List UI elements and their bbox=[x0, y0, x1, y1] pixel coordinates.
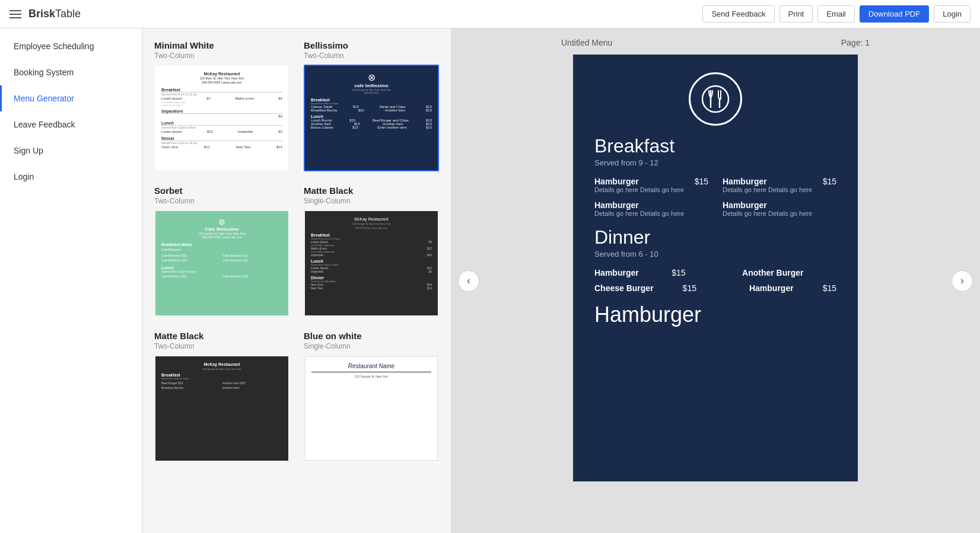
template-card-blue-on-white[interactable]: Blue on white Single-Column Restaurant N… bbox=[304, 331, 439, 462]
template-thumbnail-bellissimo: ⊗ cafe bellissimo 123 Sample St, New Yor… bbox=[304, 65, 439, 171]
dinner-item-2: Cheese Burger $15 Hamburger $15 bbox=[594, 283, 836, 293]
menu-preview-icon bbox=[594, 72, 836, 126]
template-columns-bellissimo: Two-Column bbox=[304, 52, 439, 60]
templates-panel: Minimal White Two-Column McKay Restauran… bbox=[142, 28, 451, 533]
restaurant-icon-circle bbox=[689, 72, 742, 126]
template-card-matte-black-single[interactable]: Matte Black Single-Column McKay Restaura… bbox=[304, 186, 439, 317]
hamburger-big-title: Hamburger bbox=[594, 302, 836, 327]
brand-logo: BriskTable bbox=[28, 8, 81, 20]
breakfast-section-title: Breakfast bbox=[594, 135, 836, 157]
template-columns-matte-black-two: Two-Column bbox=[154, 342, 289, 350]
next-page-button[interactable]: › bbox=[952, 270, 973, 292]
svg-point-0 bbox=[702, 86, 728, 112]
template-name-sorbet: Sorbet bbox=[154, 186, 289, 196]
dinner-items: Hamburger $15 Another Burger Cheese Burg… bbox=[594, 268, 836, 293]
breakfast-item-1: Hamburger Details go here Details go her… bbox=[594, 177, 708, 193]
menu-preview: Breakfast Served from 9 - 12 Hamburger D… bbox=[573, 55, 858, 481]
breakfast-items-grid: Hamburger Details go here Details go her… bbox=[594, 177, 836, 217]
sidebar-item-booking-system[interactable]: Booking System bbox=[0, 59, 142, 85]
preview-header: Untitled Menu Page: 1 bbox=[561, 38, 870, 47]
preview-panel: Untitled Menu Page: 1 ‹ › bbox=[451, 28, 980, 533]
header-left: BriskTable bbox=[9, 8, 81, 20]
template-columns-matte-black-single: Single-Column bbox=[304, 197, 439, 205]
print-button[interactable]: Print bbox=[779, 5, 813, 23]
sidebar-item-login[interactable]: Login bbox=[0, 164, 142, 190]
template-name-minimal-white: Minimal White bbox=[154, 40, 289, 50]
brand-name-prefix: Brisk bbox=[28, 8, 55, 20]
download-pdf-button[interactable]: Download PDF bbox=[860, 5, 929, 23]
sidebar-item-employee-scheduling[interactable]: Employee Scheduling bbox=[0, 33, 142, 59]
breakfast-item-2: Hamburger Details go here Details go her… bbox=[723, 177, 836, 193]
breakfast-section-subtitle: Served from 9 - 12 bbox=[594, 158, 836, 167]
template-card-sorbet[interactable]: Sorbet Two-Column ⊗ Cafe Belissimo 123 S… bbox=[154, 186, 289, 317]
sidebar-item-menu-generator[interactable]: Menu Generator bbox=[0, 85, 142, 111]
preview-page-info: Page: 1 bbox=[841, 38, 870, 47]
template-thumbnail-blue-on-white: Restaurant Name 123 Sample St, New York bbox=[304, 355, 439, 462]
dinner-item-1: Hamburger $15 Another Burger bbox=[594, 268, 836, 277]
sidebar: Employee Scheduling Booking System Menu … bbox=[0, 28, 142, 533]
template-thumbnail-minimal-white: McKay Restaurant123 Main St, New York, N… bbox=[154, 65, 289, 171]
template-name-bellissimo: Bellissimo bbox=[304, 40, 439, 50]
main-layout: Employee Scheduling Booking System Menu … bbox=[0, 28, 980, 533]
template-thumbnail-matte-black-two: McKay Restaurant123 Sample St, New York,… bbox=[154, 355, 289, 462]
brand-name-suffix: Table bbox=[55, 8, 81, 20]
fork-knife-icon bbox=[701, 85, 730, 113]
sidebar-item-leave-feedback[interactable]: Leave Feedback bbox=[0, 111, 142, 138]
template-thumbnail-matte-black-single: McKay Restaurant123 Sample St, New York,… bbox=[304, 210, 439, 317]
breakfast-item-3: Hamburger Details go here Details go her… bbox=[594, 200, 708, 217]
login-button[interactable]: Login bbox=[934, 5, 971, 23]
preview-menu-title: Untitled Menu bbox=[561, 38, 612, 47]
dinner-section-subtitle: Served from 6 - 10 bbox=[594, 250, 836, 258]
header-actions: Send Feedback Print Email Download PDF L… bbox=[702, 5, 971, 23]
template-thumbnail-sorbet: ⊗ Cafe Belissimo 123 Sample St, New York… bbox=[154, 210, 289, 317]
hamburger-menu-icon[interactable] bbox=[9, 10, 21, 18]
app-header: BriskTable Send Feedback Print Email Dow… bbox=[0, 0, 980, 28]
template-name-matte-black-single: Matte Black bbox=[304, 186, 439, 196]
template-columns-sorbet: Two-Column bbox=[154, 197, 289, 205]
template-columns-minimal-white: Two-Column bbox=[154, 52, 289, 60]
template-columns-blue-on-white: Single-Column bbox=[304, 342, 439, 350]
sidebar-item-sign-up[interactable]: Sign Up bbox=[0, 138, 142, 164]
template-card-matte-black-two[interactable]: Matte Black Two-Column McKay Restaurant1… bbox=[154, 331, 289, 462]
template-name-blue-on-white: Blue on white bbox=[304, 331, 439, 341]
template-grid: Minimal White Two-Column McKay Restauran… bbox=[154, 40, 439, 462]
template-name-matte-black-two: Matte Black bbox=[154, 331, 289, 341]
prev-page-button[interactable]: ‹ bbox=[458, 270, 479, 292]
breakfast-item-4: Hamburger Details go here Details go her… bbox=[723, 200, 836, 217]
template-card-minimal-white[interactable]: Minimal White Two-Column McKay Restauran… bbox=[154, 40, 289, 171]
dinner-section-title: Dinner bbox=[594, 226, 836, 248]
send-feedback-button[interactable]: Send Feedback bbox=[702, 5, 774, 23]
template-card-bellissimo[interactable]: Bellissimo Two-Column ⊗ cafe bellissimo … bbox=[304, 40, 439, 171]
email-button[interactable]: Email bbox=[817, 5, 855, 23]
